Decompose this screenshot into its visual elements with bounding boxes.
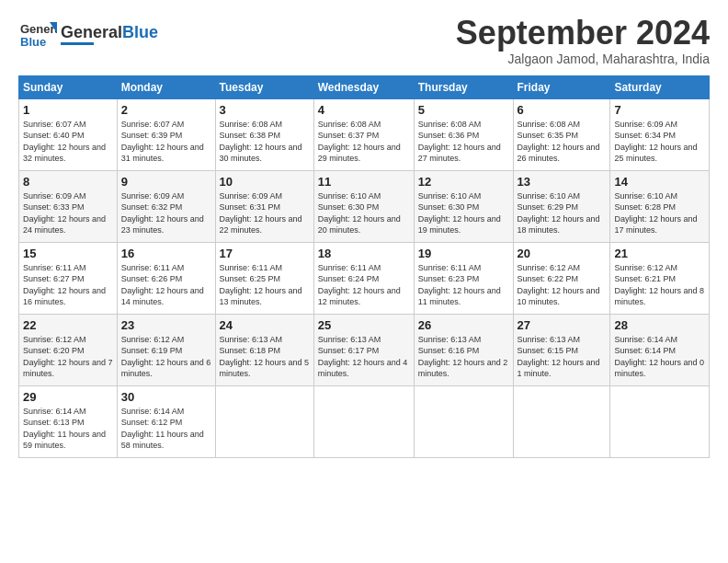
day-detail: Sunrise: 6:10 AMSunset: 6:28 PMDaylight:… [614, 190, 705, 236]
day-number: 9 [121, 175, 211, 189]
calendar-header-row: Sunday Monday Tuesday Wednesday Thursday… [19, 75, 710, 98]
calendar-cell: 19 Sunrise: 6:11 AMSunset: 6:23 PMDaylig… [414, 242, 513, 314]
day-number: 17 [220, 247, 310, 260]
day-number: 4 [318, 103, 410, 117]
day-number: 14 [614, 175, 705, 189]
day-number: 10 [220, 175, 310, 189]
day-detail: Sunrise: 6:11 AMSunset: 6:24 PMDaylight:… [318, 262, 410, 308]
col-monday: Monday [117, 75, 215, 98]
calendar-cell: 2 Sunrise: 6:07 AMSunset: 6:39 PMDayligh… [117, 98, 215, 170]
calendar-week-1: 1 Sunrise: 6:07 AMSunset: 6:40 PMDayligh… [19, 98, 710, 170]
day-number: 18 [318, 247, 410, 260]
calendar-table: Sunday Monday Tuesday Wednesday Thursday… [18, 75, 710, 458]
day-number: 8 [23, 175, 113, 189]
logo-general: General [61, 23, 122, 41]
day-detail: Sunrise: 6:09 AMSunset: 6:33 PMDaylight:… [23, 190, 113, 236]
day-detail: Sunrise: 6:13 AMSunset: 6:16 PMDaylight:… [418, 334, 509, 380]
col-tuesday: Tuesday [215, 75, 313, 98]
day-detail: Sunrise: 6:14 AMSunset: 6:12 PMDaylight:… [121, 406, 211, 452]
calendar-week-2: 8 Sunrise: 6:09 AMSunset: 6:33 PMDayligh… [19, 170, 710, 242]
day-detail: Sunrise: 6:07 AMSunset: 6:39 PMDaylight:… [121, 119, 211, 165]
logo-icon: General Blue [18, 15, 57, 53]
col-wednesday: Wednesday [313, 75, 414, 98]
day-number: 21 [614, 247, 705, 260]
calendar-cell: 26 Sunrise: 6:13 AMSunset: 6:16 PMDaylig… [414, 314, 513, 385]
day-detail: Sunrise: 6:11 AMSunset: 6:23 PMDaylight:… [418, 262, 509, 308]
calendar-cell [414, 385, 513, 457]
calendar-cell: 11 Sunrise: 6:10 AMSunset: 6:30 PMDaylig… [313, 170, 414, 242]
location-subtitle: Jalgaon Jamod, Maharashtra, India [456, 52, 710, 66]
calendar-cell: 28 Sunrise: 6:14 AMSunset: 6:14 PMDaylig… [610, 314, 710, 385]
day-detail: Sunrise: 6:14 AMSunset: 6:14 PMDaylight:… [614, 334, 705, 380]
day-number: 27 [518, 318, 607, 332]
calendar-week-4: 22 Sunrise: 6:12 AMSunset: 6:20 PMDaylig… [19, 314, 710, 385]
calendar-cell: 8 Sunrise: 6:09 AMSunset: 6:33 PMDayligh… [19, 170, 118, 242]
calendar-cell: 27 Sunrise: 6:13 AMSunset: 6:15 PMDaylig… [513, 314, 610, 385]
day-detail: Sunrise: 6:07 AMSunset: 6:40 PMDaylight:… [23, 119, 113, 165]
day-number: 16 [121, 247, 211, 260]
calendar-cell: 17 Sunrise: 6:11 AMSunset: 6:25 PMDaylig… [215, 242, 313, 314]
calendar-cell: 30 Sunrise: 6:14 AMSunset: 6:12 PMDaylig… [117, 385, 215, 457]
page-header: General Blue GeneralBlue September 2024 … [18, 15, 710, 66]
day-number: 13 [518, 175, 607, 189]
calendar-cell: 22 Sunrise: 6:12 AMSunset: 6:20 PMDaylig… [19, 314, 118, 385]
col-friday: Friday [513, 75, 610, 98]
calendar-cell: 10 Sunrise: 6:09 AMSunset: 6:31 PMDaylig… [215, 170, 313, 242]
calendar-cell: 15 Sunrise: 6:11 AMSunset: 6:27 PMDaylig… [19, 242, 118, 314]
day-number: 20 [518, 247, 607, 260]
calendar-cell [215, 385, 313, 457]
calendar-cell: 25 Sunrise: 6:13 AMSunset: 6:17 PMDaylig… [313, 314, 414, 385]
day-detail: Sunrise: 6:10 AMSunset: 6:29 PMDaylight:… [518, 190, 607, 236]
calendar-cell: 3 Sunrise: 6:08 AMSunset: 6:38 PMDayligh… [215, 98, 313, 170]
day-detail: Sunrise: 6:13 AMSunset: 6:17 PMDaylight:… [318, 334, 410, 380]
day-detail: Sunrise: 6:08 AMSunset: 6:36 PMDaylight:… [418, 119, 509, 165]
day-number: 26 [418, 318, 509, 332]
day-detail: Sunrise: 6:09 AMSunset: 6:32 PMDaylight:… [121, 190, 211, 236]
day-number: 29 [23, 390, 113, 404]
calendar-cell: 12 Sunrise: 6:10 AMSunset: 6:30 PMDaylig… [414, 170, 513, 242]
day-detail: Sunrise: 6:10 AMSunset: 6:30 PMDaylight:… [318, 190, 410, 236]
calendar-cell: 4 Sunrise: 6:08 AMSunset: 6:37 PMDayligh… [313, 98, 414, 170]
day-detail: Sunrise: 6:08 AMSunset: 6:35 PMDaylight:… [518, 119, 607, 165]
day-number: 2 [121, 103, 211, 117]
day-number: 25 [318, 318, 410, 332]
calendar-cell: 13 Sunrise: 6:10 AMSunset: 6:29 PMDaylig… [513, 170, 610, 242]
calendar-cell: 9 Sunrise: 6:09 AMSunset: 6:32 PMDayligh… [117, 170, 215, 242]
calendar-week-5: 29 Sunrise: 6:14 AMSunset: 6:13 PMDaylig… [19, 385, 710, 457]
calendar-cell [513, 385, 610, 457]
day-number: 12 [418, 175, 509, 189]
day-number: 5 [418, 103, 509, 117]
page-container: General Blue GeneralBlue September 2024 … [0, 0, 728, 467]
day-number: 23 [121, 318, 211, 332]
day-number: 22 [23, 318, 113, 332]
day-number: 30 [121, 390, 211, 404]
calendar-cell: 1 Sunrise: 6:07 AMSunset: 6:40 PMDayligh… [19, 98, 118, 170]
logo: General Blue GeneralBlue [18, 15, 158, 53]
day-detail: Sunrise: 6:08 AMSunset: 6:37 PMDaylight:… [318, 119, 410, 165]
calendar-cell: 5 Sunrise: 6:08 AMSunset: 6:36 PMDayligh… [414, 98, 513, 170]
svg-text:Blue: Blue [20, 35, 46, 49]
day-detail: Sunrise: 6:13 AMSunset: 6:15 PMDaylight:… [518, 334, 607, 380]
calendar-cell: 29 Sunrise: 6:14 AMSunset: 6:13 PMDaylig… [19, 385, 118, 457]
calendar-cell: 21 Sunrise: 6:12 AMSunset: 6:21 PMDaylig… [610, 242, 710, 314]
calendar-cell: 16 Sunrise: 6:11 AMSunset: 6:26 PMDaylig… [117, 242, 215, 314]
day-number: 15 [23, 247, 113, 260]
calendar-cell: 7 Sunrise: 6:09 AMSunset: 6:34 PMDayligh… [610, 98, 710, 170]
day-detail: Sunrise: 6:11 AMSunset: 6:25 PMDaylight:… [220, 262, 310, 308]
day-detail: Sunrise: 6:10 AMSunset: 6:30 PMDaylight:… [418, 190, 509, 236]
day-detail: Sunrise: 6:11 AMSunset: 6:27 PMDaylight:… [23, 262, 113, 308]
calendar-cell: 24 Sunrise: 6:13 AMSunset: 6:18 PMDaylig… [215, 314, 313, 385]
col-saturday: Saturday [610, 75, 710, 98]
col-sunday: Sunday [19, 75, 118, 98]
day-detail: Sunrise: 6:12 AMSunset: 6:22 PMDaylight:… [518, 262, 607, 308]
day-number: 11 [318, 175, 410, 189]
calendar-cell: 20 Sunrise: 6:12 AMSunset: 6:22 PMDaylig… [513, 242, 610, 314]
calendar-cell: 14 Sunrise: 6:10 AMSunset: 6:28 PMDaylig… [610, 170, 710, 242]
day-number: 7 [614, 103, 705, 117]
day-number: 6 [518, 103, 607, 117]
day-detail: Sunrise: 6:11 AMSunset: 6:26 PMDaylight:… [121, 262, 211, 308]
logo-underline [61, 42, 94, 45]
calendar-cell [610, 385, 710, 457]
day-number: 3 [220, 103, 310, 117]
day-detail: Sunrise: 6:14 AMSunset: 6:13 PMDaylight:… [23, 406, 113, 452]
